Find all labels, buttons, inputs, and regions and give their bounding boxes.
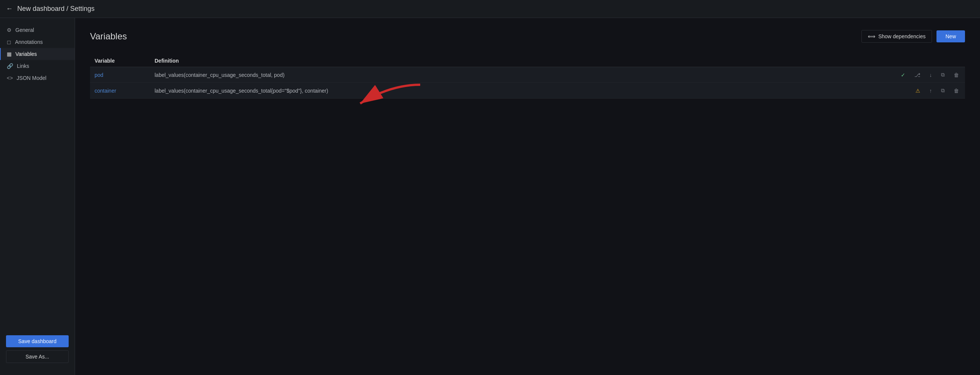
annotations-icon: ◻ — [7, 39, 11, 45]
branch-icon[interactable]: ⎇ — [913, 71, 922, 79]
show-dependencies-button[interactable]: ⟺ Show dependencies — [861, 30, 932, 43]
topbar-title: New dashboard / Settings — [17, 5, 95, 13]
main-content: Variables ⟺ Show dependencies New Variab… — [75, 18, 980, 375]
sidebar: ⚙ General ◻ Annotations ▦ Variables 🔗 Li… — [0, 18, 75, 375]
layout: ⚙ General ◻ Annotations ▦ Variables 🔗 Li… — [0, 18, 980, 375]
sidebar-item-label-links: Links — [17, 63, 29, 69]
table-header: Variable Definition — [90, 55, 965, 67]
row-actions-pod: ✓ ⎇ ↓ ⧉ 🗑 — [899, 71, 961, 79]
sidebar-item-variables[interactable]: ▦ Variables — [0, 48, 75, 60]
sidebar-item-json-model[interactable]: <> JSON Model — [0, 72, 75, 84]
sidebar-item-label-general: General — [15, 27, 34, 33]
general-icon: ⚙ — [7, 27, 12, 33]
table-row: container label_values(container_cpu_usa… — [90, 83, 965, 99]
save-dashboard-button[interactable]: Save dashboard — [6, 335, 68, 347]
var-name-container[interactable]: container — [95, 88, 154, 94]
table-row: pod label_values(container_cpu_usage_sec… — [90, 67, 965, 83]
new-variable-button[interactable]: New — [937, 30, 965, 42]
page-title: Variables — [90, 31, 127, 41]
dependencies-icon: ⟺ — [868, 33, 875, 40]
back-button[interactable]: ← — [6, 5, 13, 13]
copy-icon-container[interactable]: ⧉ — [939, 87, 946, 94]
variables-icon: ▦ — [7, 51, 12, 57]
sidebar-item-annotations[interactable]: ◻ Annotations — [0, 36, 75, 48]
sidebar-item-links[interactable]: 🔗 Links — [0, 60, 75, 72]
delete-icon-container[interactable]: 🗑 — [952, 87, 961, 94]
show-dependencies-label: Show dependencies — [878, 33, 926, 40]
copy-icon[interactable]: ⧉ — [939, 71, 946, 79]
topbar: ← New dashboard / Settings — [0, 0, 980, 18]
sidebar-item-label-variables: Variables — [15, 51, 37, 57]
status-ok-icon: ✓ — [899, 71, 907, 79]
var-definition-pod: label_values(container_cpu_usage_seconds… — [154, 72, 899, 78]
var-definition-container: label_values(container_cpu_usage_seconds… — [154, 88, 914, 94]
row-actions-container: ⚠ ↑ ⧉ 🗑 — [914, 87, 961, 94]
sidebar-buttons: Save dashboard Save As... — [0, 329, 75, 369]
sidebar-item-label-annotations: Annotations — [15, 39, 43, 45]
json-model-icon: <> — [7, 75, 13, 81]
var-name-pod[interactable]: pod — [95, 72, 154, 78]
links-icon: 🔗 — [7, 63, 13, 69]
move-up-icon[interactable]: ↑ — [928, 87, 934, 94]
status-warn-icon: ⚠ — [914, 87, 922, 94]
delete-icon[interactable]: 🗑 — [952, 71, 961, 79]
sidebar-item-general[interactable]: ⚙ General — [0, 24, 75, 36]
save-as-button[interactable]: Save As... — [6, 350, 68, 363]
col-variable: Variable — [95, 58, 154, 64]
variables-table: Variable Definition pod label_values(con… — [90, 55, 965, 99]
move-down-icon[interactable]: ↓ — [928, 71, 934, 79]
main-header: Variables ⟺ Show dependencies New — [90, 30, 965, 43]
header-actions: ⟺ Show dependencies New — [861, 30, 965, 43]
sidebar-item-label-json-model: JSON Model — [16, 75, 46, 81]
col-definition: Definition — [154, 58, 961, 64]
